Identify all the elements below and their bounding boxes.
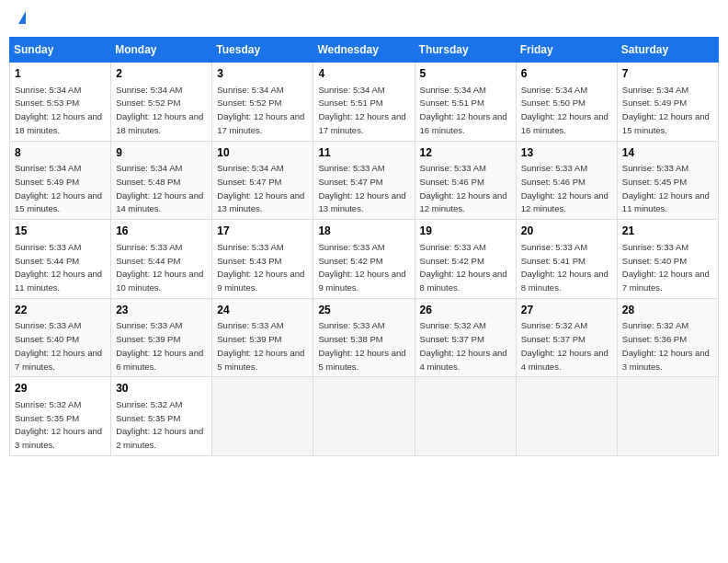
calendar-cell — [212, 377, 313, 456]
calendar-cell: 23Sunrise: 5:33 AMSunset: 5:39 PMDayligh… — [111, 298, 212, 377]
day-info: Sunrise: 5:32 AMSunset: 5:35 PMDaylight:… — [15, 399, 102, 450]
calendar-cell — [617, 377, 718, 456]
day-number: 24 — [217, 303, 308, 318]
day-info: Sunrise: 5:33 AMSunset: 5:45 PMDaylight:… — [622, 163, 710, 213]
day-info: Sunrise: 5:33 AMSunset: 5:46 PMDaylight:… — [420, 163, 507, 213]
day-info: Sunrise: 5:34 AMSunset: 5:52 PMDaylight:… — [116, 85, 203, 135]
day-info: Sunrise: 5:34 AMSunset: 5:51 PMDaylight:… — [420, 85, 507, 135]
calendar-table: SundayMondayTuesdayWednesdayThursdayFrid… — [9, 37, 719, 456]
calendar-cell: 8Sunrise: 5:34 AMSunset: 5:49 PMDaylight… — [10, 141, 111, 220]
day-number: 12 — [420, 145, 511, 161]
day-info: Sunrise: 5:33 AMSunset: 5:42 PMDaylight:… — [420, 242, 507, 293]
calendar-cell: 28Sunrise: 5:32 AMSunset: 5:36 PMDayligh… — [617, 298, 718, 377]
calendar-cell: 5Sunrise: 5:34 AMSunset: 5:51 PMDaylight… — [415, 63, 516, 142]
day-number: 14 — [622, 145, 713, 161]
calendar-cell: 13Sunrise: 5:33 AMSunset: 5:46 PMDayligh… — [516, 141, 617, 220]
col-header-saturday: Saturday — [617, 38, 718, 63]
day-info: Sunrise: 5:34 AMSunset: 5:53 PMDaylight:… — [15, 85, 102, 135]
day-info: Sunrise: 5:32 AMSunset: 5:37 PMDaylight:… — [521, 320, 609, 371]
calendar-cell: 20Sunrise: 5:33 AMSunset: 5:41 PMDayligh… — [516, 220, 617, 299]
day-number: 22 — [15, 303, 106, 318]
day-info: Sunrise: 5:32 AMSunset: 5:37 PMDaylight:… — [420, 320, 507, 371]
calendar-cell: 19Sunrise: 5:33 AMSunset: 5:42 PMDayligh… — [415, 220, 516, 299]
calendar-cell: 17Sunrise: 5:33 AMSunset: 5:43 PMDayligh… — [212, 220, 313, 299]
calendar-cell — [415, 377, 516, 456]
calendar-cell: 14Sunrise: 5:33 AMSunset: 5:45 PMDayligh… — [617, 141, 718, 220]
day-number: 13 — [521, 145, 612, 161]
calendar-cell: 27Sunrise: 5:32 AMSunset: 5:37 PMDayligh… — [516, 298, 617, 377]
day-number: 1 — [15, 66, 106, 82]
day-number: 6 — [521, 66, 612, 82]
day-number: 10 — [217, 145, 308, 161]
day-number: 7 — [622, 66, 713, 82]
day-info: Sunrise: 5:33 AMSunset: 5:38 PMDaylight:… — [318, 320, 405, 371]
day-info: Sunrise: 5:34 AMSunset: 5:49 PMDaylight:… — [622, 85, 710, 135]
day-number: 8 — [15, 145, 106, 161]
calendar-cell: 16Sunrise: 5:33 AMSunset: 5:44 PMDayligh… — [111, 220, 212, 299]
day-info: Sunrise: 5:33 AMSunset: 5:43 PMDaylight:… — [217, 242, 304, 293]
col-header-friday: Friday — [516, 38, 617, 63]
day-number: 28 — [622, 303, 713, 318]
logo-icon — [18, 11, 26, 24]
day-info: Sunrise: 5:32 AMSunset: 5:36 PMDaylight:… — [622, 320, 710, 371]
day-number: 15 — [15, 224, 106, 239]
calendar-cell: 3Sunrise: 5:34 AMSunset: 5:52 PMDaylight… — [212, 63, 313, 142]
calendar-cell: 21Sunrise: 5:33 AMSunset: 5:40 PMDayligh… — [617, 220, 718, 299]
day-info: Sunrise: 5:33 AMSunset: 5:39 PMDaylight:… — [217, 320, 304, 371]
day-number: 11 — [318, 145, 409, 161]
day-info: Sunrise: 5:33 AMSunset: 5:44 PMDaylight:… — [15, 242, 102, 293]
col-header-monday: Monday — [111, 38, 212, 63]
calendar-cell — [313, 377, 415, 456]
calendar-cell: 10Sunrise: 5:34 AMSunset: 5:47 PMDayligh… — [212, 141, 313, 220]
day-info: Sunrise: 5:33 AMSunset: 5:39 PMDaylight:… — [116, 320, 203, 371]
calendar-cell: 15Sunrise: 5:33 AMSunset: 5:44 PMDayligh… — [10, 220, 111, 299]
day-info: Sunrise: 5:32 AMSunset: 5:35 PMDaylight:… — [116, 399, 203, 450]
day-info: Sunrise: 5:34 AMSunset: 5:50 PMDaylight:… — [521, 85, 609, 135]
calendar-cell — [516, 377, 617, 456]
calendar-cell: 30Sunrise: 5:32 AMSunset: 5:35 PMDayligh… — [111, 377, 212, 456]
day-info: Sunrise: 5:34 AMSunset: 5:49 PMDaylight:… — [15, 163, 102, 213]
day-info: Sunrise: 5:33 AMSunset: 5:40 PMDaylight:… — [622, 242, 710, 293]
calendar-cell: 7Sunrise: 5:34 AMSunset: 5:49 PMDaylight… — [617, 63, 718, 142]
calendar-cell: 29Sunrise: 5:32 AMSunset: 5:35 PMDayligh… — [10, 377, 111, 456]
day-info: Sunrise: 5:33 AMSunset: 5:40 PMDaylight:… — [15, 320, 102, 371]
calendar-cell: 11Sunrise: 5:33 AMSunset: 5:47 PMDayligh… — [313, 141, 415, 220]
calendar-cell: 2Sunrise: 5:34 AMSunset: 5:52 PMDaylight… — [111, 63, 212, 142]
calendar-cell: 22Sunrise: 5:33 AMSunset: 5:40 PMDayligh… — [10, 298, 111, 377]
col-header-tuesday: Tuesday — [212, 38, 313, 63]
day-number: 2 — [116, 66, 207, 82]
day-number: 20 — [521, 224, 612, 239]
col-header-wednesday: Wednesday — [313, 38, 415, 63]
day-info: Sunrise: 5:34 AMSunset: 5:52 PMDaylight:… — [217, 85, 304, 135]
day-number: 21 — [622, 224, 713, 239]
day-info: Sunrise: 5:33 AMSunset: 5:47 PMDaylight:… — [318, 163, 405, 213]
calendar-cell: 4Sunrise: 5:34 AMSunset: 5:51 PMDaylight… — [313, 63, 415, 142]
day-number: 5 — [420, 66, 511, 82]
col-header-sunday: Sunday — [10, 38, 111, 63]
calendar-cell: 12Sunrise: 5:33 AMSunset: 5:46 PMDayligh… — [415, 141, 516, 220]
day-info: Sunrise: 5:33 AMSunset: 5:42 PMDaylight:… — [318, 242, 405, 293]
day-number: 9 — [116, 145, 207, 161]
day-info: Sunrise: 5:33 AMSunset: 5:46 PMDaylight:… — [521, 163, 609, 213]
day-number: 29 — [15, 381, 106, 396]
page-header — [9, 9, 719, 29]
day-number: 30 — [116, 381, 207, 396]
day-number: 27 — [521, 303, 612, 318]
day-info: Sunrise: 5:33 AMSunset: 5:41 PMDaylight:… — [521, 242, 609, 293]
day-number: 23 — [116, 303, 207, 318]
logo — [17, 13, 26, 26]
day-number: 25 — [318, 303, 409, 318]
day-number: 19 — [420, 224, 511, 239]
calendar-cell: 18Sunrise: 5:33 AMSunset: 5:42 PMDayligh… — [313, 220, 415, 299]
calendar-cell: 9Sunrise: 5:34 AMSunset: 5:48 PMDaylight… — [111, 141, 212, 220]
day-info: Sunrise: 5:34 AMSunset: 5:51 PMDaylight:… — [318, 85, 405, 135]
calendar-cell: 24Sunrise: 5:33 AMSunset: 5:39 PMDayligh… — [212, 298, 313, 377]
calendar-cell: 25Sunrise: 5:33 AMSunset: 5:38 PMDayligh… — [313, 298, 415, 377]
calendar-cell: 1Sunrise: 5:34 AMSunset: 5:53 PMDaylight… — [10, 63, 111, 142]
day-number: 26 — [420, 303, 511, 318]
day-number: 18 — [318, 224, 409, 239]
calendar-cell: 26Sunrise: 5:32 AMSunset: 5:37 PMDayligh… — [415, 298, 516, 377]
day-info: Sunrise: 5:33 AMSunset: 5:44 PMDaylight:… — [116, 242, 203, 293]
day-number: 3 — [217, 66, 308, 82]
day-number: 16 — [116, 224, 207, 239]
